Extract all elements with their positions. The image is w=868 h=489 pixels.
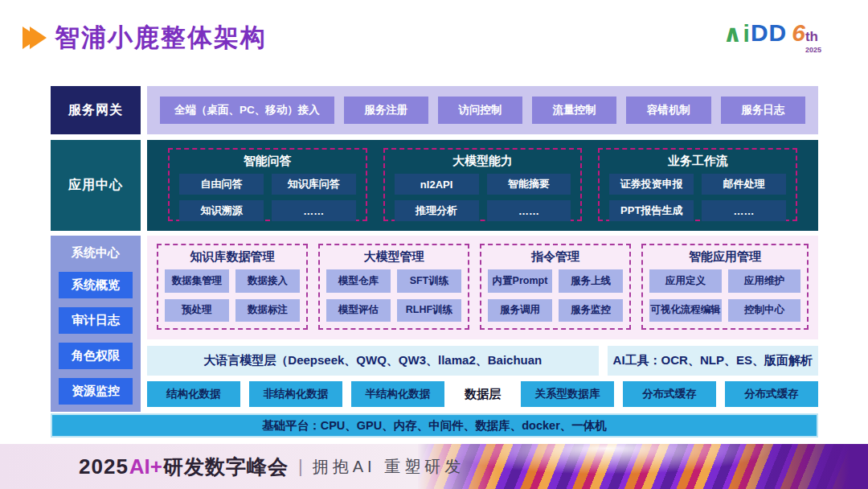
logo-ai: ∧i bbox=[723, 19, 751, 47]
gateway-button-traffic[interactable]: 流量控制 bbox=[532, 97, 616, 124]
header: 智浦小鹿整体架构 bbox=[23, 21, 267, 55]
app-group-items: nl2API 智能摘要 推理分析 …… bbox=[395, 174, 571, 221]
sidebar-item-role-permission[interactable]: 角色权限 bbox=[59, 343, 133, 369]
sys-group-items: 内置Prompt 服务上线 服务调用 服务监控 bbox=[488, 269, 623, 322]
footer-highlight: AI+ bbox=[129, 454, 162, 479]
system-center-panel: 知识库数据管理 数据集管理 数据接入 预处理 数据标注 大模型管理 模型仓库 S… bbox=[147, 236, 818, 339]
sys-item[interactable]: 服务调用 bbox=[488, 299, 552, 323]
gateway-button-register[interactable]: 服务注册 bbox=[344, 97, 428, 124]
app-item[interactable]: 知识库问答 bbox=[272, 174, 356, 195]
data-item-structured[interactable]: 结构化数据 bbox=[147, 381, 240, 407]
app-item[interactable]: 自由问答 bbox=[179, 174, 264, 195]
sys-group-items: 数据集管理 数据接入 预处理 数据标注 bbox=[165, 269, 300, 322]
slide: 智浦小鹿整体架构 ∧iDD 6th 2025 服务网关 全端（桌面、PC、移动）… bbox=[0, 0, 868, 489]
sys-item[interactable]: 数据集管理 bbox=[165, 269, 229, 293]
sys-item[interactable]: 数据标注 bbox=[235, 299, 300, 323]
app-item[interactable]: 推理分析 bbox=[395, 200, 479, 221]
sys-group-items: 模型仓库 SFT训练 模型评估 RLHF训练 bbox=[326, 269, 461, 322]
footer-year: 2025 bbox=[79, 454, 129, 479]
platform-layer-bar: 基础平台：CPU、GPU、内存、中间件、数据库、docker、一体机 bbox=[51, 413, 818, 438]
gateway-button-access-control[interactable]: 访问控制 bbox=[438, 97, 522, 124]
logo-dd: DD bbox=[751, 19, 787, 47]
app-item-more[interactable]: …… bbox=[702, 200, 786, 221]
ai-tools-box: AI工具：OCR、NLP、ES、版面解析 bbox=[608, 346, 818, 376]
footer: 2025AI+研发数字峰会 | 拥抱AI 重塑研发 bbox=[0, 444, 868, 489]
app-group-title: 业务工作流 bbox=[609, 154, 786, 169]
sys-group-title: 智能应用管理 bbox=[649, 249, 800, 265]
data-layer-row: 结构化数据 非结构化数据 半结构化数据 数据层 关系型数据库 分布式缓存 分布式… bbox=[147, 380, 818, 408]
sys-item[interactable]: 应用维护 bbox=[728, 269, 800, 293]
app-item[interactable]: 邮件处理 bbox=[702, 174, 786, 195]
sys-item[interactable]: 数据接入 bbox=[235, 269, 300, 293]
page-title: 智浦小鹿整体架构 bbox=[55, 21, 267, 55]
data-layer-label: 数据层 bbox=[465, 387, 501, 402]
gateway-button-log[interactable]: 服务日志 bbox=[721, 97, 805, 124]
sys-group-instruction-mgmt: 指令管理 内置Prompt 服务上线 服务调用 服务监控 bbox=[480, 244, 631, 330]
app-group-items: 证券投资申报 邮件处理 PPT报告生成 …… bbox=[609, 174, 786, 221]
sys-item[interactable]: 可视化流程编辑 bbox=[649, 299, 722, 323]
sys-group-model-mgmt: 大模型管理 模型仓库 SFT训练 模型评估 RLHF训练 bbox=[318, 244, 469, 330]
app-center-label: 应用中心 bbox=[51, 140, 141, 231]
logo-edition-number: 6 bbox=[792, 19, 805, 46]
sys-group-title: 大模型管理 bbox=[326, 249, 461, 265]
model-layer-row: 大语言模型层（Deepseek、QWQ、QW3、llama2、Baichuan … bbox=[147, 346, 818, 376]
footer-decorative-image bbox=[418, 444, 868, 489]
sys-item[interactable]: SFT训练 bbox=[397, 269, 461, 293]
sys-item[interactable]: RLHF训练 bbox=[397, 299, 461, 323]
app-item[interactable]: 智能摘要 bbox=[487, 174, 571, 195]
app-group-qa: 智能问答 自由问答 知识库问答 知识溯源 …… bbox=[168, 148, 367, 221]
data-item-distributed-cache-2[interactable]: 分布式缓存 bbox=[725, 381, 818, 407]
app-group-workflow: 业务工作流 证券投资申报 邮件处理 PPT报告生成 …… bbox=[598, 148, 797, 221]
logo-edition: 6th 2025 bbox=[792, 19, 818, 47]
data-item-unstructured[interactable]: 非结构化数据 bbox=[249, 381, 342, 407]
sys-item[interactable]: 模型仓库 bbox=[326, 269, 391, 293]
sidebar-item-system-overview[interactable]: 系统概览 bbox=[59, 272, 133, 298]
app-item[interactable]: nl2API bbox=[395, 174, 479, 195]
system-center-label: 系统中心 bbox=[59, 243, 133, 263]
sys-group-knowledge-data: 知识库数据管理 数据集管理 数据接入 预处理 数据标注 bbox=[157, 244, 308, 330]
app-item[interactable]: 证券投资申报 bbox=[609, 174, 694, 195]
sys-group-title: 知识库数据管理 bbox=[165, 249, 300, 265]
app-item[interactable]: 知识溯源 bbox=[179, 200, 264, 221]
footer-text: 2025AI+研发数字峰会 | 拥抱AI 重塑研发 bbox=[79, 444, 465, 489]
gateway-panel: 全端（桌面、PC、移动）接入 服务注册 访问控制 流量控制 容错机制 服务日志 bbox=[147, 86, 818, 134]
app-group-title: 智能问答 bbox=[179, 154, 356, 169]
sys-group-items: 应用定义 应用维护 可视化流程编辑 控制中心 bbox=[649, 269, 800, 322]
app-item[interactable]: PPT报告生成 bbox=[609, 200, 694, 221]
footer-title: 研发数字峰会 bbox=[163, 454, 289, 480]
sidebar-item-audit-log[interactable]: 审计日志 bbox=[59, 307, 133, 334]
footer-divider: | bbox=[298, 456, 303, 477]
app-group-title: 大模型能力 bbox=[395, 154, 571, 169]
sys-group-app-mgmt: 智能应用管理 应用定义 应用维护 可视化流程编辑 控制中心 bbox=[641, 244, 809, 330]
sys-item[interactable]: 控制中心 bbox=[728, 299, 800, 323]
sys-item[interactable]: 应用定义 bbox=[649, 269, 722, 293]
sys-group-title: 指令管理 bbox=[488, 249, 623, 265]
sys-item[interactable]: 预处理 bbox=[165, 299, 229, 323]
system-center-sidebar: 系统中心 系统概览 审计日志 角色权限 资源监控 bbox=[51, 236, 141, 412]
sys-item[interactable]: 内置Prompt bbox=[488, 269, 552, 293]
logo-edition-suffix: th bbox=[805, 29, 818, 44]
data-item-relational-db[interactable]: 关系型数据库 bbox=[521, 381, 614, 407]
sys-item[interactable]: 模型评估 bbox=[326, 299, 391, 323]
gateway-button-access[interactable]: 全端（桌面、PC、移动）接入 bbox=[160, 97, 334, 124]
llm-layer-box: 大语言模型层（Deepseek、QWQ、QW3、llama2、Baichuan bbox=[147, 346, 599, 376]
aidd-logo: ∧iDD 6th 2025 bbox=[723, 19, 818, 47]
logo-year: 2025 bbox=[805, 46, 821, 54]
app-center-panel: 智能问答 自由问答 知识库问答 知识溯源 …… 大模型能力 nl2API 智能摘… bbox=[147, 140, 818, 231]
app-item-more[interactable]: …… bbox=[272, 200, 356, 221]
gateway-label: 服务网关 bbox=[51, 86, 141, 134]
double-arrow-icon bbox=[23, 27, 47, 49]
sys-item[interactable]: 服务上线 bbox=[559, 269, 623, 293]
data-item-distributed-cache-1[interactable]: 分布式缓存 bbox=[623, 381, 716, 407]
gateway-button-fault[interactable]: 容错机制 bbox=[626, 97, 710, 124]
data-item-semistructured[interactable]: 半结构化数据 bbox=[351, 381, 444, 407]
footer-slogan: 拥抱AI 重塑研发 bbox=[313, 456, 465, 478]
app-group-llm-capability: 大模型能力 nl2API 智能摘要 推理分析 …… bbox=[383, 148, 583, 221]
app-item-more[interactable]: …… bbox=[487, 200, 571, 221]
app-group-items: 自由问答 知识库问答 知识溯源 …… bbox=[179, 174, 356, 221]
sidebar-item-resource-monitor[interactable]: 资源监控 bbox=[59, 378, 133, 405]
sys-item[interactable]: 服务监控 bbox=[559, 299, 623, 323]
